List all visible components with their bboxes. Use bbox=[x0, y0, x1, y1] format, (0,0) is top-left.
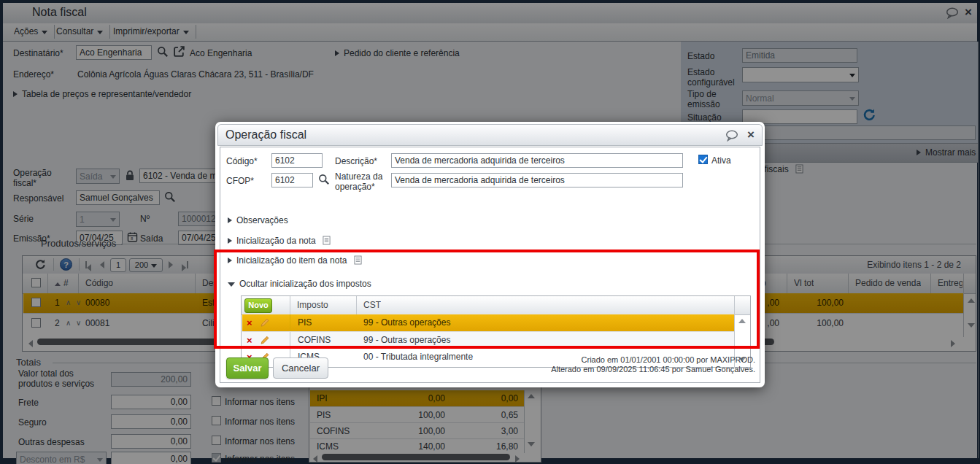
destinatario-input[interactable]: Aco Engenharia bbox=[76, 45, 152, 60]
page-number-box[interactable]: 1 bbox=[110, 258, 126, 272]
saida-label: Saída bbox=[140, 233, 163, 244]
col-pedido-venda[interactable]: Pedido de venda bbox=[855, 274, 921, 292]
menu-imprimir-exportar[interactable]: Imprimir/exportar bbox=[107, 25, 196, 39]
modal-body: Código* 6102 Descrição* Venda de mercado… bbox=[220, 147, 760, 383]
delete-icon[interactable]: × bbox=[247, 336, 252, 345]
section-tabela-precos[interactable]: Tabela de preços e representante/vendedo… bbox=[13, 89, 191, 99]
chat-icon[interactable] bbox=[946, 7, 959, 22]
codigo-input[interactable]: 6102 bbox=[271, 153, 323, 168]
desconto-informar-label: Informar nos itens bbox=[225, 454, 295, 464]
delete-icon[interactable]: × bbox=[247, 318, 252, 328]
descricao-input[interactable]: Venda de mercadoria adquirida de terceir… bbox=[391, 153, 683, 168]
cfop-input[interactable]: 6102 bbox=[271, 173, 313, 187]
close-icon[interactable]: × bbox=[747, 129, 755, 141]
novo-button[interactable]: Novo bbox=[244, 298, 272, 313]
page-size-value: 200 bbox=[135, 260, 148, 269]
horizontal-scrollbar[interactable] bbox=[322, 454, 510, 460]
section-observacoes[interactable]: Observações bbox=[228, 215, 288, 225]
grid-status-text: Exibindo itens 1 - 2 de 2 bbox=[867, 256, 961, 274]
destinatario-label: Destinatário* bbox=[13, 48, 63, 58]
responsavel-label: Responsável bbox=[13, 193, 63, 204]
menu-consultar[interactable]: Consultar bbox=[50, 25, 110, 39]
col-imposto[interactable]: Imposto bbox=[297, 296, 328, 314]
outras-despesas-input[interactable]: 0,00 bbox=[111, 434, 191, 449]
section-pedido-cliente-label: Pedido do cliente e referência bbox=[344, 48, 460, 58]
move-up-down-icons[interactable]: ∧ ∨ bbox=[66, 319, 82, 327]
open-record-icon[interactable] bbox=[173, 45, 185, 61]
collapsed-arrow-icon bbox=[13, 91, 18, 97]
move-up-down-icons[interactable]: ∧ ∨ bbox=[66, 298, 82, 306]
scroll-right-icon[interactable] bbox=[951, 340, 955, 347]
first-page-icon[interactable] bbox=[85, 261, 91, 274]
responsavel-input[interactable]: Samuel Gonçalves bbox=[76, 190, 160, 205]
search-icon[interactable] bbox=[157, 46, 169, 61]
scroll-up-icon[interactable] bbox=[738, 319, 746, 323]
mostrar-mais-link[interactable]: Mostrar mais bbox=[917, 147, 976, 158]
table-row[interactable]: COFINS 100,00 3,00 bbox=[310, 422, 524, 439]
scroll-right-icon[interactable] bbox=[515, 455, 520, 463]
col-entrega[interactable]: Entrega bbox=[938, 274, 962, 292]
seguro-informar-checkbox[interactable] bbox=[212, 416, 221, 425]
cancelar-button[interactable]: Cancelar bbox=[273, 357, 328, 379]
table-row[interactable]: × COFINS 99 - Outras operações bbox=[242, 331, 734, 349]
col-vl-tot[interactable]: Vl tot bbox=[794, 274, 814, 292]
chevron-down-icon bbox=[97, 31, 103, 34]
imposto-base: 100,00 bbox=[390, 410, 445, 420]
search-icon[interactable] bbox=[164, 191, 176, 206]
table-row[interactable]: PIS 100,00 0,65 bbox=[310, 406, 524, 423]
section-inicializacao-nota[interactable]: Inicialização da nota bbox=[228, 236, 331, 247]
collapsed-arrow-icon bbox=[228, 238, 232, 244]
search-icon[interactable] bbox=[318, 174, 330, 188]
desconto-input[interactable]: 0,00 bbox=[111, 452, 191, 464]
row-codigo: 00081 bbox=[85, 318, 109, 328]
estado-configuravel-select[interactable] bbox=[742, 67, 859, 82]
scroll-up-icon[interactable] bbox=[968, 298, 975, 303]
col-num[interactable]: # bbox=[55, 274, 69, 292]
scroll-up-icon[interactable] bbox=[528, 394, 535, 398]
col-num-label: # bbox=[63, 278, 69, 288]
select-all-checkbox[interactable] bbox=[31, 278, 41, 287]
frete-input[interactable]: 0,00 bbox=[111, 395, 191, 409]
natureza-input[interactable]: Venda de mercadoria adquirida de terceir… bbox=[391, 173, 683, 187]
row-imposto: COFINS bbox=[298, 335, 331, 345]
ativa-checkbox[interactable] bbox=[698, 155, 708, 164]
destinatario-display[interactable]: Aco Engenharia bbox=[190, 48, 252, 58]
scroll-left-icon[interactable] bbox=[313, 455, 317, 463]
refresh-icon[interactable] bbox=[863, 108, 876, 125]
section-inicializacao-item[interactable]: Inicialização do item da nota bbox=[228, 255, 362, 267]
grid-refresh-icon[interactable] bbox=[34, 258, 47, 274]
seguro-input[interactable]: 0,00 bbox=[111, 414, 191, 429]
audit-info: Criado em 01/01/2001 00:00:00 por MAXIPR… bbox=[551, 355, 755, 374]
edit-pencil-icon[interactable] bbox=[260, 317, 270, 330]
serie-select: 1 bbox=[76, 212, 120, 227]
ativa-label: Ativa bbox=[711, 155, 731, 166]
salvar-button[interactable]: Salvar bbox=[226, 357, 269, 379]
row-checkbox[interactable] bbox=[31, 318, 41, 328]
outras-despesas-informar-checkbox[interactable] bbox=[212, 436, 221, 445]
edit-pencil-icon[interactable] bbox=[260, 335, 270, 347]
last-page-icon[interactable] bbox=[182, 261, 188, 274]
frete-informar-checkbox[interactable] bbox=[212, 396, 221, 406]
document-icon bbox=[323, 237, 331, 247]
col-codigo[interactable]: Código bbox=[85, 274, 113, 292]
help-icon[interactable]: ? bbox=[60, 258, 72, 271]
section-pedido-cliente[interactable]: Pedido do cliente e referência bbox=[335, 48, 460, 58]
row-checkbox[interactable] bbox=[31, 298, 41, 307]
menu-acoes[interactable]: Ações bbox=[7, 25, 55, 39]
modal-title: Operação fiscal bbox=[225, 128, 306, 142]
estado-configuravel-label: Estado configurável bbox=[687, 67, 738, 88]
scroll-down-icon[interactable] bbox=[968, 323, 975, 328]
scroll-left-icon[interactable] bbox=[28, 340, 33, 347]
close-icon[interactable]: × bbox=[965, 7, 972, 18]
prev-page-icon[interactable] bbox=[100, 261, 104, 268]
section-ocultar-impostos[interactable]: Ocultar inicialização dos impostos bbox=[228, 279, 371, 289]
table-row[interactable]: × PIS 99 - Outras operações bbox=[242, 314, 734, 331]
scroll-down-icon[interactable] bbox=[528, 442, 535, 446]
table-row[interactable]: IPI 0,00 0,00 bbox=[310, 390, 524, 406]
next-page-icon[interactable] bbox=[169, 261, 173, 268]
chat-icon[interactable] bbox=[725, 130, 738, 144]
valor-total-label: Valor total dos produtos e serviços bbox=[18, 368, 109, 389]
table-row[interactable]: ICMS 140,00 16,80 bbox=[310, 438, 524, 454]
page-size-select[interactable]: 200 bbox=[129, 258, 163, 272]
col-cst[interactable]: CST bbox=[363, 296, 381, 314]
